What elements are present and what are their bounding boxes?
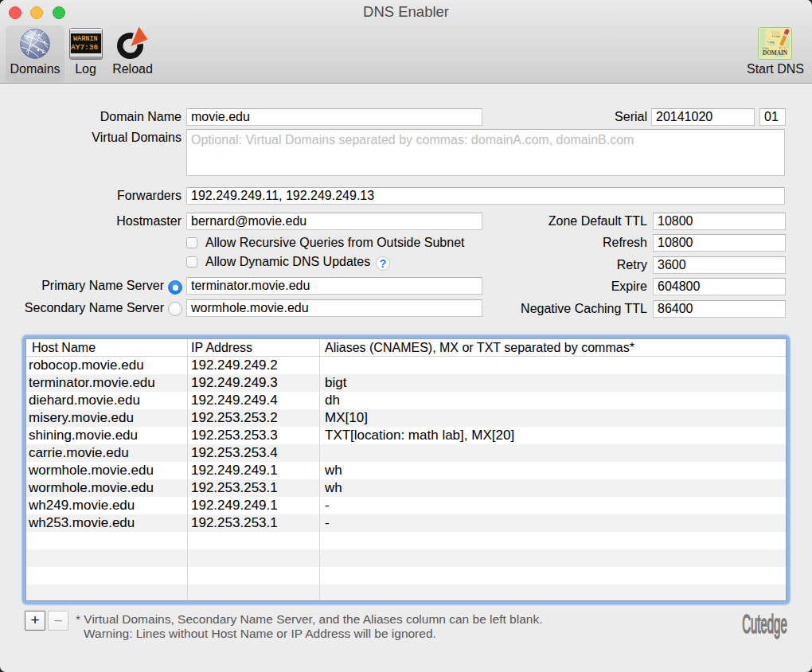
svg-text:DOMAIN: DOMAIN: [763, 49, 788, 57]
svg-text:.org: .org: [769, 40, 775, 44]
svg-text:WARNIN: WARNIN: [73, 35, 98, 43]
svg-text:.com: .com: [774, 34, 781, 38]
svg-text:Cutedge: Cutedge: [742, 609, 787, 638]
svg-text:AY7:36: AY7:36: [71, 43, 99, 52]
